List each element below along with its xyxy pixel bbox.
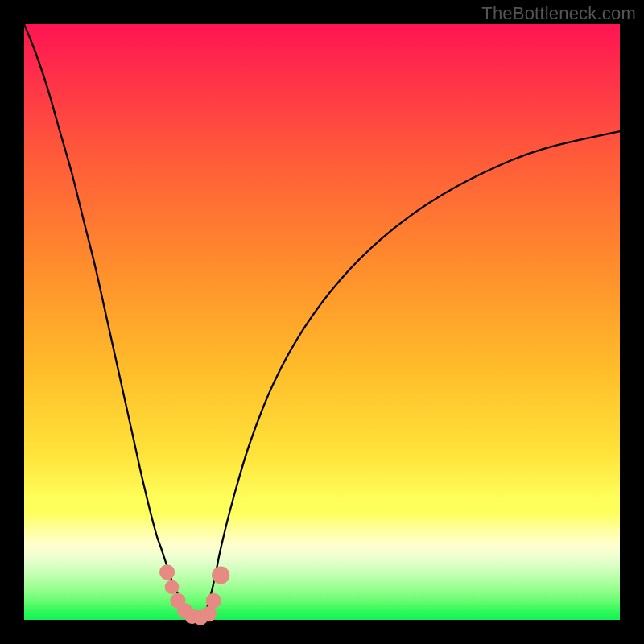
watermark-text: TheBottleneck.com [481,3,636,24]
notch-marker [159,564,175,580]
notch-marker [206,593,221,609]
left-curve [24,24,191,620]
plot-area [24,24,620,620]
notch-marker [212,566,229,584]
notch-marker [165,580,180,594]
chart-frame: TheBottleneck.com [0,0,644,644]
notch-markers [159,564,229,625]
curve-layer [24,24,620,620]
right-curve [203,131,620,620]
